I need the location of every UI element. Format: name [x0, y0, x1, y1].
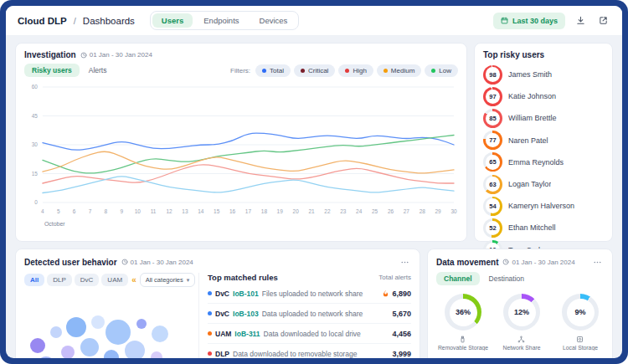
tab-risky-users[interactable]: Risky users [24, 64, 80, 77]
filter-pill-high[interactable]: High [338, 64, 373, 77]
filter-pill-low[interactable]: Low [425, 64, 458, 77]
risk-score: 63 [486, 177, 501, 192]
risky-user-row[interactable]: 52 Ethan Mitchell [483, 217, 604, 238]
filter-color-dot [301, 69, 305, 73]
app-window: Cloud DLP / Dashboards Users Endpoints D… [6, 6, 622, 358]
top-risky-users-card: Top risky users 98 James Smith 97 Katie … [474, 43, 613, 242]
risky-users-list: 98 James Smith 97 Katie Johnson 85 Willi… [483, 64, 604, 261]
tab-channel[interactable]: Channel [436, 272, 480, 285]
download-button[interactable] [573, 13, 588, 28]
chevron-down-icon: ▾ [187, 277, 190, 284]
rule-alert-count: 5,670 [392, 310, 411, 318]
filter-label: UAM [107, 276, 122, 284]
rule-id-link[interactable]: IoB-311 [234, 330, 260, 338]
behavior-bubble[interactable] [151, 351, 162, 358]
donut-percentage: 12% [508, 299, 536, 326]
svg-text:26: 26 [388, 208, 394, 214]
donut-ring: 36% [445, 294, 481, 331]
svg-text:22: 22 [324, 208, 331, 214]
filter-pill-critical[interactable]: Critical [294, 64, 335, 77]
behavior-bubble[interactable] [30, 338, 45, 353]
risky-user-row[interactable]: 97 Katie Johnson [483, 85, 604, 107]
behavior-bubble[interactable] [106, 320, 131, 345]
risk-line-chart: 0153045604567891011121314151617181920212… [24, 80, 458, 234]
risky-user-row[interactable]: 63 Logan Taylor [483, 173, 604, 195]
svg-text:28: 28 [420, 208, 426, 214]
svg-text:17: 17 [245, 208, 252, 214]
svg-text:October: October [44, 221, 65, 227]
more-options-button[interactable] [398, 256, 411, 268]
behavior-bubble[interactable] [37, 356, 55, 358]
behavior-bubble[interactable] [104, 350, 119, 358]
clock-icon [502, 259, 509, 265]
risk-score-ring: 54 [483, 197, 502, 216]
risky-user-row[interactable]: 77 Naren Patel [483, 130, 604, 151]
tab-endpoints[interactable]: Endpoints [194, 13, 248, 28]
donut-percentage: 9% [567, 299, 595, 326]
behavior-bubble[interactable] [80, 338, 99, 356]
behavior-bubble[interactable] [152, 326, 168, 342]
filter-label: DLP [53, 276, 66, 284]
behavior-bubble[interactable] [50, 326, 62, 338]
export-button[interactable] [595, 13, 610, 28]
filter-label: Critical [308, 67, 328, 74]
behavior-bubble[interactable] [136, 319, 147, 329]
filter-label: Medium [391, 67, 414, 74]
channel-label: Network Share [503, 345, 541, 351]
behavior-bubble[interactable] [125, 341, 145, 358]
filter-label: DvC [80, 276, 94, 284]
rule-severity-dot [208, 331, 212, 336]
channel-donut-network-share[interactable]: 12% Network Share [495, 294, 548, 351]
svg-text:9: 9 [121, 208, 124, 214]
collapse-filters-icon[interactable]: « [131, 275, 136, 285]
svg-text:15: 15 [214, 208, 220, 214]
svg-text:29: 29 [435, 208, 441, 214]
rule-tag: DvC [215, 310, 229, 318]
svg-text:45: 45 [32, 113, 39, 119]
channel-label: Removable Storage [438, 345, 488, 351]
tab-label: Users [162, 16, 183, 25]
risk-score-ring: 97 [483, 87, 502, 106]
app-frame: Cloud DLP / Dashboards Users Endpoints D… [0, 0, 628, 364]
behavior-filter-dvc[interactable]: DvC [75, 274, 100, 286]
category-dropdown[interactable]: All categories ▾ [140, 273, 196, 287]
rule-id-link[interactable]: IoB-101 [233, 290, 259, 298]
rule-row[interactable]: DvC IoB-101 Files uploaded to network sh… [208, 284, 411, 304]
channel-donut-removable-storage[interactable]: 36% Removable Storage [436, 294, 490, 351]
svg-text:60: 60 [32, 84, 39, 90]
top-matched-rules-title: Top matched rules [208, 273, 278, 282]
behavior-filter-pills: All DLP DvC UAM [24, 274, 128, 286]
risk-score: 54 [486, 198, 501, 213]
tab-devices[interactable]: Devices [250, 13, 297, 28]
behavior-bubble[interactable] [66, 317, 86, 337]
rule-row[interactable]: DvC IoB-103 Data uploaded to network sha… [208, 304, 411, 324]
filter-pill-medium[interactable]: Medium [377, 64, 421, 77]
filter-pill-total[interactable]: Total [255, 64, 291, 77]
rule-id-link[interactable]: IoB-103 [233, 310, 259, 318]
rule-row[interactable]: DLP Data downloaded to removable storage… [208, 344, 411, 358]
more-options-button[interactable] [590, 256, 604, 268]
tab-alerts[interactable]: Alerts [81, 64, 115, 77]
investigation-card: Investigation 01 Jan - 30 Jan 2024 Risky… [15, 43, 467, 242]
date-range-button[interactable]: Last 30 days [493, 13, 565, 29]
svg-text:13: 13 [182, 208, 188, 214]
risk-score-ring: 85 [483, 109, 502, 128]
risk-score-ring: 65 [483, 152, 502, 172]
behavior-bubble[interactable] [61, 346, 75, 358]
header-tabs: Users Endpoints Devices [150, 11, 299, 30]
behavior-filter-all[interactable]: All [24, 274, 44, 286]
behavior-filter-dlp[interactable]: DLP [47, 274, 72, 286]
tab-destination[interactable]: Destination [481, 272, 533, 285]
risky-user-row[interactable]: 85 William Brettle [483, 107, 604, 129]
rule-row[interactable]: UAM IoB-311 Data downloaded to local dri… [208, 324, 411, 344]
risky-user-row[interactable]: 54 Kameryn Halverson [483, 195, 604, 217]
tab-users[interactable]: Users [152, 13, 193, 28]
behavior-filter-uam[interactable]: UAM [101, 274, 128, 286]
risky-user-row[interactable]: 65 Emma Reynolds [483, 151, 604, 173]
clock-icon [121, 259, 128, 265]
risky-user-row[interactable]: 98 James Smith [483, 64, 604, 85]
svg-text:5: 5 [57, 208, 60, 214]
export-icon [599, 16, 608, 25]
channel-donut-local-storage[interactable]: 9% Local Storage [553, 294, 604, 351]
behavior-bubble[interactable] [91, 315, 105, 329]
